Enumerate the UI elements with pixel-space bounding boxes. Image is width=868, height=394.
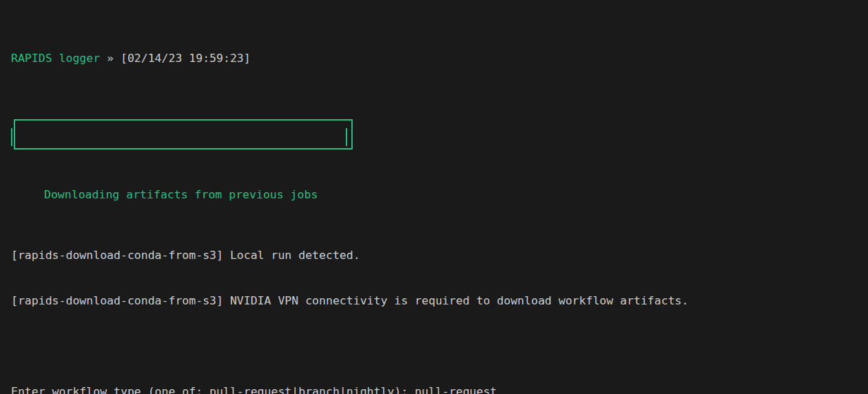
log-line-vpn: [rapids-download-conda-from-s3] NVIDIA V…: [11, 293, 868, 309]
header-separator: »: [100, 52, 121, 65]
terminal[interactable]: RAPIDS logger » [02/14/23 19:59:23] Down…: [0, 0, 868, 394]
logger-name: RAPIDS logger: [11, 52, 100, 65]
banner-right-tick: [346, 128, 347, 146]
banner-block: Downloading artifacts from previous jobs: [11, 112, 868, 157]
logger-header-line: RAPIDS logger » [02/14/23 19:59:23]: [11, 51, 868, 66]
blank-line: [11, 339, 868, 354]
header-timestamp: [02/14/23 19:59:23]: [121, 52, 251, 65]
banner-title: Downloading artifacts from previous jobs: [15, 181, 351, 209]
prompt-workflow-type: Enter workflow type (one of: pull-reques…: [11, 384, 868, 394]
banner-box: Downloading artifacts from previous jobs: [14, 119, 353, 149]
log-line-local-run: [rapids-download-conda-from-s3] Local ru…: [11, 248, 868, 263]
banner-left-tick: [11, 128, 12, 146]
